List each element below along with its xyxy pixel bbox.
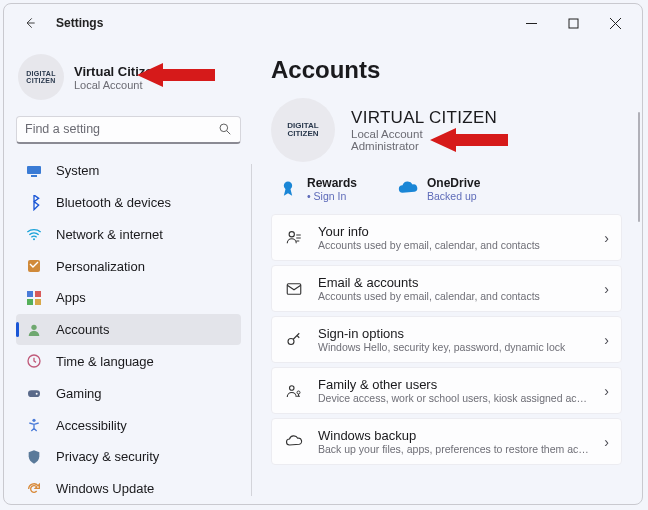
bluetooth-icon — [26, 195, 42, 211]
accessibility-icon — [26, 417, 42, 433]
svg-point-8 — [33, 239, 35, 241]
card-backup[interactable]: Windows backupBack up your files, apps, … — [271, 418, 622, 465]
tiles-row: Rewards• Sign InOneDriveBacked up — [277, 176, 628, 202]
settings-window: Settings DIGITAL CITIZEN Virtual Citizen… — [3, 3, 643, 505]
svg-line-5 — [227, 131, 231, 135]
chevron-right-icon: › — [604, 434, 609, 450]
sidebar-user-name: Virtual Citizen — [74, 64, 160, 79]
svg-point-24 — [297, 391, 300, 394]
personalization-icon — [26, 258, 42, 274]
search-icon — [218, 122, 232, 136]
nav-label: Personalization — [56, 259, 145, 274]
back-button[interactable] — [16, 9, 44, 37]
maximize-button[interactable] — [552, 8, 594, 38]
nav-label: Windows Update — [56, 481, 154, 496]
svg-point-4 — [220, 124, 228, 132]
card-yourinfo[interactable]: Your infoAccounts used by email, calenda… — [271, 214, 622, 261]
window-title: Settings — [56, 16, 103, 30]
tile-onedrive[interactable]: OneDriveBacked up — [397, 176, 480, 202]
page-title: Accounts — [271, 56, 628, 84]
svg-point-20 — [289, 231, 294, 236]
sidebar-item-apps[interactable]: Apps — [16, 283, 241, 314]
tile-rewards[interactable]: Rewards• Sign In — [277, 176, 357, 202]
sidebar-user[interactable]: DIGITAL CITIZEN Virtual Citizen Local Ac… — [16, 50, 241, 112]
family-icon — [284, 381, 304, 401]
sidebar-item-system[interactable]: System — [16, 156, 241, 187]
chevron-right-icon: › — [604, 332, 609, 348]
email-icon — [284, 279, 304, 299]
svg-rect-12 — [27, 299, 33, 305]
gaming-icon — [26, 385, 42, 401]
svg-rect-13 — [35, 299, 41, 305]
apps-icon — [26, 290, 42, 306]
sidebar-user-sub: Local Account — [74, 79, 160, 91]
accounts-icon — [26, 322, 42, 338]
nav-label: Accessibility — [56, 418, 127, 433]
sidebar-item-bluetooth[interactable]: Bluetooth & devices — [16, 187, 241, 218]
scrollbar[interactable] — [636, 112, 642, 494]
nav-label: Time & language — [56, 354, 154, 369]
svg-point-18 — [32, 419, 35, 422]
nav-list: SystemBluetooth & devicesNetwork & inter… — [16, 156, 241, 505]
content-divider — [251, 164, 252, 496]
hero-name: VIRTUAL CITIZEN — [351, 108, 497, 128]
svg-point-17 — [36, 393, 38, 395]
yourinfo-icon — [284, 228, 304, 248]
card-family[interactable]: Family & other usersDevice access, work … — [271, 367, 622, 414]
sidebar: DIGITAL CITIZEN Virtual Citizen Local Ac… — [4, 42, 251, 504]
chevron-right-icon: › — [604, 230, 609, 246]
sidebar-item-personalization[interactable]: Personalization — [16, 251, 241, 282]
hero-sub2: Administrator — [351, 140, 497, 152]
svg-point-19 — [284, 182, 292, 190]
svg-rect-11 — [35, 291, 41, 297]
nav-label: Bluetooth & devices — [56, 195, 171, 210]
signin-icon — [284, 330, 304, 350]
scrollbar-thumb[interactable] — [638, 112, 640, 222]
svg-point-22 — [288, 338, 294, 344]
nav-label: Network & internet — [56, 227, 163, 242]
card-email[interactable]: Email & accountsAccounts used by email, … — [271, 265, 622, 312]
system-icon — [26, 163, 42, 179]
search-input[interactable] — [25, 122, 210, 136]
chevron-right-icon: › — [604, 281, 609, 297]
svg-rect-1 — [569, 19, 578, 28]
backup-icon — [284, 432, 304, 452]
rewards-icon — [277, 178, 299, 200]
close-button[interactable] — [594, 8, 636, 38]
sidebar-item-accessibility[interactable]: Accessibility — [16, 410, 241, 441]
avatar: DIGITAL CITIZEN — [18, 54, 64, 100]
main-pane: Accounts DIGITAL CITIZEN VIRTUAL CITIZEN… — [251, 42, 642, 504]
svg-rect-21 — [287, 283, 301, 294]
sidebar-item-privacy[interactable]: Privacy & security — [16, 441, 241, 472]
cards-list: Your infoAccounts used by email, calenda… — [271, 214, 628, 465]
sidebar-item-time[interactable]: Time & language — [16, 346, 241, 377]
onedrive-icon — [397, 178, 419, 200]
search-box[interactable] — [16, 116, 241, 144]
time-icon — [26, 353, 42, 369]
svg-rect-6 — [27, 166, 41, 174]
hero-sub1: Local Account — [351, 128, 497, 140]
chevron-right-icon: › — [604, 383, 609, 399]
sidebar-item-network[interactable]: Network & internet — [16, 219, 241, 250]
nav-label: Gaming — [56, 386, 102, 401]
svg-point-14 — [31, 324, 36, 329]
nav-label: System — [56, 163, 99, 178]
svg-rect-16 — [28, 391, 40, 398]
update-icon — [26, 481, 42, 497]
sidebar-item-accounts[interactable]: Accounts — [16, 314, 241, 345]
account-hero: DIGITAL CITIZEN VIRTUAL CITIZEN Local Ac… — [271, 98, 628, 162]
sidebar-item-gaming[interactable]: Gaming — [16, 378, 241, 409]
svg-rect-10 — [27, 291, 33, 297]
sidebar-item-update[interactable]: Windows Update — [16, 473, 241, 504]
nav-label: Apps — [56, 290, 86, 305]
minimize-button[interactable] — [510, 8, 552, 38]
nav-label: Accounts — [56, 322, 109, 337]
svg-point-23 — [290, 385, 295, 390]
titlebar: Settings — [4, 4, 642, 42]
network-icon — [26, 226, 42, 242]
nav-label: Privacy & security — [56, 449, 159, 464]
avatar-large: DIGITAL CITIZEN — [271, 98, 335, 162]
svg-rect-7 — [31, 175, 37, 177]
privacy-icon — [26, 449, 42, 465]
card-signin[interactable]: Sign-in optionsWindows Hello, security k… — [271, 316, 622, 363]
